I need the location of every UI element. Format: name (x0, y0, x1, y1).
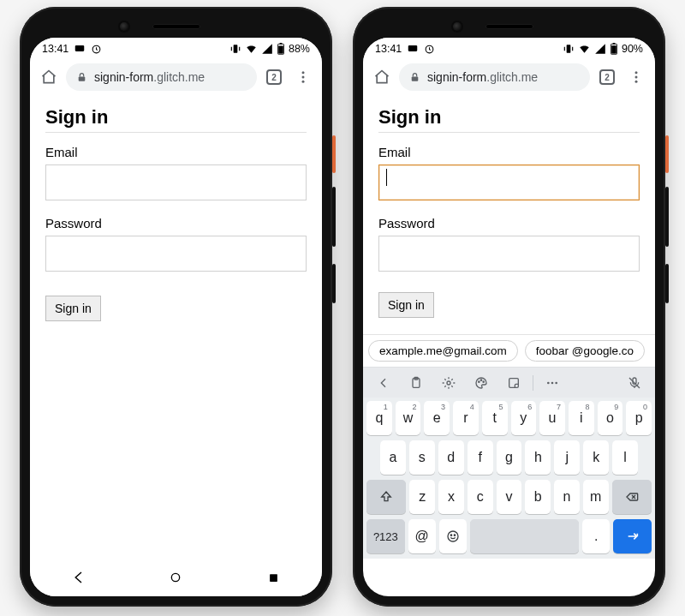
key-t[interactable]: t5 (482, 401, 508, 435)
more-icon[interactable] (537, 371, 568, 395)
key-w[interactable]: w2 (396, 401, 421, 435)
key-u[interactable]: u7 (539, 401, 565, 435)
overflow-menu-icon[interactable] (624, 65, 648, 89)
mic-off-icon[interactable] (619, 371, 650, 395)
key-z[interactable]: z (409, 480, 435, 514)
period-key-label: . (594, 529, 598, 544)
tab-count: 2 (271, 73, 277, 82)
svg-point-20 (635, 76, 638, 79)
signal-icon (594, 43, 606, 55)
key-l[interactable]: l (612, 440, 638, 475)
phone-right: 13:41 90% signin-form.gl (353, 7, 665, 607)
space-key[interactable] (470, 519, 580, 553)
tab-count: 2 (605, 73, 610, 82)
home-icon[interactable] (37, 65, 61, 89)
signin-button[interactable]: Sign in (45, 296, 101, 321)
browser-toolbar: signin-form.glitch.me 2 (30, 58, 322, 96)
home-icon[interactable] (370, 65, 394, 89)
wifi-icon (578, 43, 591, 55)
vibrate-icon (563, 43, 575, 55)
key-e[interactable]: e3 (424, 401, 450, 435)
shift-key[interactable] (366, 480, 406, 514)
enter-key[interactable] (613, 519, 652, 553)
backspace-key[interactable] (612, 480, 652, 514)
svg-point-25 (479, 381, 480, 382)
power-button (332, 135, 336, 173)
home-button[interactable] (166, 568, 185, 587)
autofill-chip-label: example.me@gmail.com (379, 344, 507, 357)
key-p[interactable]: p0 (626, 401, 652, 435)
emoji-key[interactable] (439, 519, 467, 553)
key-n[interactable]: n (554, 480, 580, 514)
autofill-chip[interactable]: example.me@gmail.com (368, 340, 518, 362)
svg-point-26 (480, 380, 481, 380)
power-button (665, 135, 669, 173)
svg-point-21 (635, 81, 638, 83)
period-key[interactable]: . (582, 519, 610, 553)
tabs-button[interactable]: 2 (595, 65, 619, 89)
key-v[interactable]: v (497, 480, 522, 514)
key-superscript: 2 (412, 403, 416, 411)
key-superscript: 5 (498, 403, 503, 411)
volume-button (665, 187, 669, 247)
message-icon (74, 43, 86, 55)
key-superscript: 7 (557, 403, 561, 411)
key-c[interactable]: c (468, 480, 493, 514)
symbols-key[interactable]: ?123 (366, 519, 405, 553)
key-q[interactable]: q1 (366, 401, 392, 435)
svg-point-30 (551, 381, 554, 384)
svg-point-7 (302, 71, 305, 74)
autofill-chip[interactable]: foobar @google.co (525, 340, 645, 362)
key-a[interactable]: a (380, 440, 406, 475)
address-bar[interactable]: signin-form.glitch.me (399, 63, 590, 91)
password-field[interactable] (378, 236, 640, 272)
email-field[interactable] (378, 164, 640, 200)
keyboard-toolbar (363, 367, 655, 398)
svg-rect-11 (270, 574, 277, 582)
back-button[interactable] (69, 568, 88, 587)
key-h[interactable]: h (525, 440, 551, 475)
speaker-grille (152, 24, 200, 29)
url-host: signin-form (94, 70, 153, 84)
at-key[interactable]: @ (408, 519, 436, 553)
signin-button[interactable]: Sign in (378, 292, 434, 318)
sticker-icon[interactable] (498, 371, 529, 395)
key-g[interactable]: g (497, 440, 522, 475)
key-k[interactable]: k (583, 440, 609, 475)
key-d[interactable]: d (438, 440, 464, 475)
key-superscript: 1 (384, 403, 388, 411)
svg-point-27 (483, 381, 484, 382)
key-i[interactable]: i8 (569, 401, 594, 435)
key-r[interactable]: r4 (453, 401, 479, 435)
text-cursor (386, 169, 387, 186)
key-j[interactable]: j (554, 440, 580, 475)
clipboard-icon[interactable] (401, 371, 432, 395)
email-field[interactable] (45, 164, 307, 200)
key-f[interactable]: f (468, 440, 493, 475)
key-superscript: 8 (586, 403, 590, 411)
message-icon (407, 43, 419, 55)
tabs-button[interactable]: 2 (262, 65, 286, 89)
key-s[interactable]: s (409, 440, 435, 475)
key-m[interactable]: m (583, 480, 609, 514)
svg-point-29 (547, 381, 550, 384)
key-o[interactable]: o9 (598, 401, 623, 435)
palette-icon[interactable] (466, 371, 497, 395)
password-field[interactable] (45, 236, 307, 272)
key-y[interactable]: y6 (511, 401, 537, 435)
phone-left: 13:41 88% signin- (20, 7, 332, 607)
battery-percent: 90% (622, 43, 643, 55)
browser-toolbar: signin-form.glitch.me 2 (363, 58, 655, 96)
key-superscript: 6 (527, 403, 532, 411)
gear-icon[interactable] (433, 371, 464, 395)
vibrate-icon (229, 43, 241, 55)
battery-percent: 88% (289, 43, 310, 55)
chevron-left-icon[interactable] (368, 371, 399, 395)
key-b[interactable]: b (525, 480, 551, 514)
overflow-menu-icon[interactable] (291, 65, 315, 89)
key-x[interactable]: x (438, 480, 464, 514)
recents-button[interactable] (264, 568, 283, 587)
autofill-suggestions: example.me@gmail.com foobar @google.co (363, 334, 655, 367)
password-label: Password (378, 216, 640, 230)
address-bar[interactable]: signin-form.glitch.me (66, 63, 257, 91)
